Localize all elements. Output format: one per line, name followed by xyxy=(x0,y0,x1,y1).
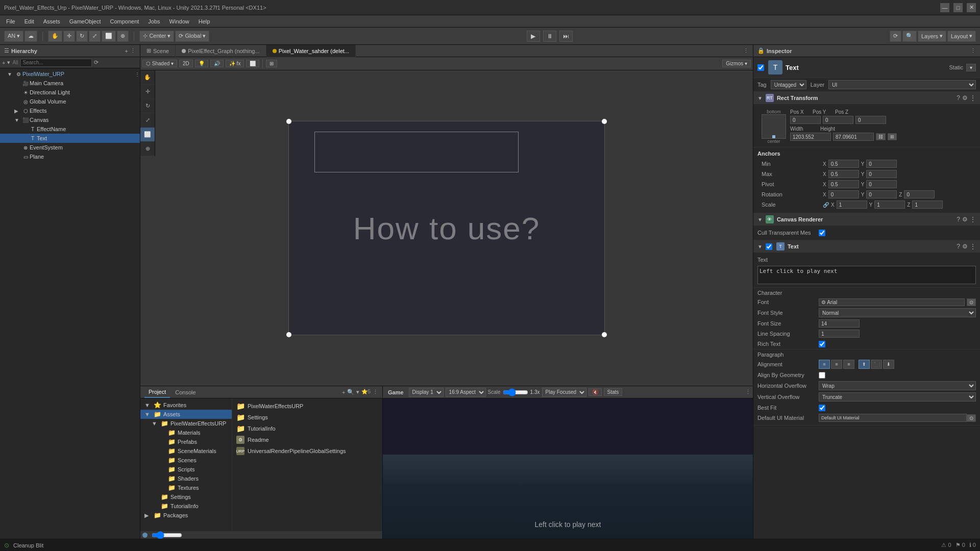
rot-y[interactable] xyxy=(866,190,897,198)
pivot-button[interactable]: ⊹ Center ▾ xyxy=(139,31,174,42)
tree-item-text[interactable]: T Text xyxy=(0,134,140,143)
tool-scale[interactable]: ⤢ xyxy=(140,113,155,128)
width-input[interactable] xyxy=(790,133,831,141)
scale-x[interactable] xyxy=(837,201,867,209)
hierarchy-search-input[interactable] xyxy=(20,59,92,67)
tree-pixelwater[interactable]: ▼ 📁 PixelWaterEffectsURP xyxy=(140,419,232,428)
pivot-y[interactable] xyxy=(866,180,897,188)
rect-tool[interactable]: ⬜ xyxy=(102,31,116,42)
line-spacing-input[interactable] xyxy=(819,330,860,338)
menu-jobs[interactable]: Jobs xyxy=(144,17,164,26)
scale-z[interactable] xyxy=(912,201,943,209)
anchor-min-x[interactable] xyxy=(828,160,859,168)
align-center-btn[interactable]: ≡ xyxy=(831,360,842,369)
align-left-btn[interactable]: ≡ xyxy=(819,360,830,369)
scene-shading-btn[interactable]: ⬡ Shaded ▾ xyxy=(142,60,177,67)
blueprint-btn[interactable]: ⊞ xyxy=(888,133,897,140)
tree-item-canvas[interactable]: ▼ ⬛ Canvas xyxy=(0,115,140,124)
tool-transform[interactable]: ⊕ xyxy=(140,142,155,156)
close-button[interactable]: ✕ xyxy=(967,3,976,12)
text-component-header[interactable]: ▼ T Text ? ⚙ ⋮ xyxy=(753,240,980,253)
scene-hidden-btn[interactable]: ⬜ xyxy=(246,60,259,67)
text-help-btn[interactable]: ? xyxy=(957,243,960,250)
play-mode-select[interactable]: Play Focused xyxy=(542,388,586,397)
mat-select-btn[interactable]: ⊙ xyxy=(967,414,976,422)
corner-tr[interactable] xyxy=(602,119,607,124)
tree-menu-btn[interactable]: ⋮ xyxy=(135,71,140,77)
rich-text-checkbox[interactable] xyxy=(819,341,825,347)
cr-settings-btn[interactable]: ⚙ xyxy=(962,216,968,223)
tree-favorites[interactable]: ▼ ⭐ Favorites xyxy=(140,400,232,410)
tool-rotate[interactable]: ↻ xyxy=(140,99,155,113)
text-value-input[interactable]: Left click to play next xyxy=(757,266,976,284)
font-pick-btn[interactable]: ⊙ xyxy=(967,298,976,306)
best-fit-checkbox[interactable] xyxy=(819,405,825,411)
mute-btn[interactable]: 🔇 xyxy=(589,388,602,396)
scene-2d-btn[interactable]: 2D xyxy=(179,60,193,67)
scene-gizmos-btn[interactable]: Gizmos ▾ xyxy=(722,60,751,67)
layer-select[interactable]: UI xyxy=(828,80,976,89)
tab-scene[interactable]: ⊞ Scene xyxy=(140,45,176,57)
scene-grid-btn[interactable]: ⊞ xyxy=(266,60,277,67)
menu-assets[interactable]: Assets xyxy=(39,17,64,26)
asset-urp-settings[interactable]: URP UniversalRenderPipelineGlobalSetting… xyxy=(234,445,380,457)
minimize-button[interactable]: — xyxy=(940,3,949,12)
global-button[interactable]: ⟳ Global ▾ xyxy=(175,31,209,42)
tree-prefabs[interactable]: 📁 Prefabs xyxy=(140,437,232,446)
game-stats-btn[interactable]: Stats xyxy=(604,388,623,396)
project-search-btn[interactable]: 🔍 xyxy=(347,389,354,395)
menu-window[interactable]: Window xyxy=(165,17,193,26)
anchor-max-y[interactable] xyxy=(866,170,897,178)
tree-tutorial[interactable]: 📁 TutorialInfo xyxy=(140,502,232,511)
canvas-renderer-header[interactable]: ▼ 👁 Canvas Renderer ? ⚙ ⋮ xyxy=(753,213,980,226)
align-right-btn[interactable]: ≡ xyxy=(843,360,854,369)
tab-pixel-water[interactable]: Pixel_Water_sahder (delet... xyxy=(266,45,356,57)
asset-readme[interactable]: ⚙ Readme xyxy=(234,434,380,445)
posy-input[interactable] xyxy=(823,116,853,124)
align-top-btn[interactable]: ⬆ xyxy=(859,360,870,369)
scene-fx-btn[interactable]: ✨ fx xyxy=(226,60,244,67)
posx-input[interactable] xyxy=(790,116,821,124)
scale-slider[interactable] xyxy=(503,390,528,394)
tree-item-eventsystem[interactable]: ⊗ EventSystem xyxy=(0,143,140,152)
rt-help-btn[interactable]: ? xyxy=(957,94,960,102)
rt-settings-btn[interactable]: ⚙ xyxy=(962,94,968,102)
rotate-tool[interactable]: ↻ xyxy=(76,31,88,42)
corner-bl[interactable] xyxy=(286,332,291,337)
pivot-x[interactable] xyxy=(828,180,859,188)
menu-gameobject[interactable]: GameObject xyxy=(65,17,105,26)
font-size-input[interactable] xyxy=(819,319,860,328)
constrain-btn[interactable]: ⛓ xyxy=(876,133,886,140)
inspector-menu-btn[interactable]: ⋮ xyxy=(970,47,976,54)
cloud-button[interactable]: ☁ xyxy=(24,31,37,42)
tree-textures[interactable]: 📁 Textures xyxy=(140,483,232,492)
tree-shaders[interactable]: 📁 Shaders xyxy=(140,474,232,483)
h-overflow-select[interactable]: Wrap xyxy=(819,381,976,390)
obj-enabled-checkbox[interactable] xyxy=(757,64,764,71)
inspector-lock-icon[interactable]: 🔒 xyxy=(757,47,765,54)
tool-rect[interactable]: ⬜ xyxy=(140,128,155,142)
layout-button[interactable]: Layout ▾ xyxy=(947,31,976,42)
align-geo-checkbox[interactable] xyxy=(819,372,825,379)
tab-menu-btn[interactable]: ⋮ xyxy=(743,47,749,54)
tree-item-pixelwater-urp[interactable]: ▼ ⚙ PixelWater_URP ⋮ xyxy=(0,69,140,79)
collab-button[interactable]: ⟳ xyxy=(890,31,901,42)
display-select[interactable]: Display 1 xyxy=(409,388,444,397)
corner-br[interactable] xyxy=(602,332,607,337)
hierarchy-refresh-btn[interactable]: ⟳ xyxy=(94,59,99,66)
step-button[interactable]: ⏭ xyxy=(559,31,573,42)
transform-tool[interactable]: ⊕ xyxy=(117,31,129,42)
project-filter-btn[interactable]: ▾ xyxy=(356,389,359,395)
anchor-visual[interactable] xyxy=(762,114,786,139)
asset-pixelwater[interactable]: 📁 PixelWaterEffectsURP xyxy=(234,400,380,412)
v-overflow-select[interactable]: Truncate xyxy=(819,392,976,402)
menu-edit[interactable]: Edit xyxy=(20,17,38,26)
menu-component[interactable]: Component xyxy=(106,17,143,26)
tree-packages[interactable]: ▶ 📁 Packages xyxy=(140,511,232,520)
move-tool[interactable]: ✛ xyxy=(63,31,75,42)
rt-menu-btn[interactable]: ⋮ xyxy=(970,94,976,102)
game-menu-btn[interactable]: ⋮ xyxy=(745,389,751,395)
tree-item-main-camera[interactable]: 🎥 Main Camera xyxy=(0,79,140,88)
tree-item-directional-light[interactable]: ☀ Directional Light xyxy=(0,88,140,97)
scene-lighting-btn[interactable]: 💡 xyxy=(195,60,208,67)
